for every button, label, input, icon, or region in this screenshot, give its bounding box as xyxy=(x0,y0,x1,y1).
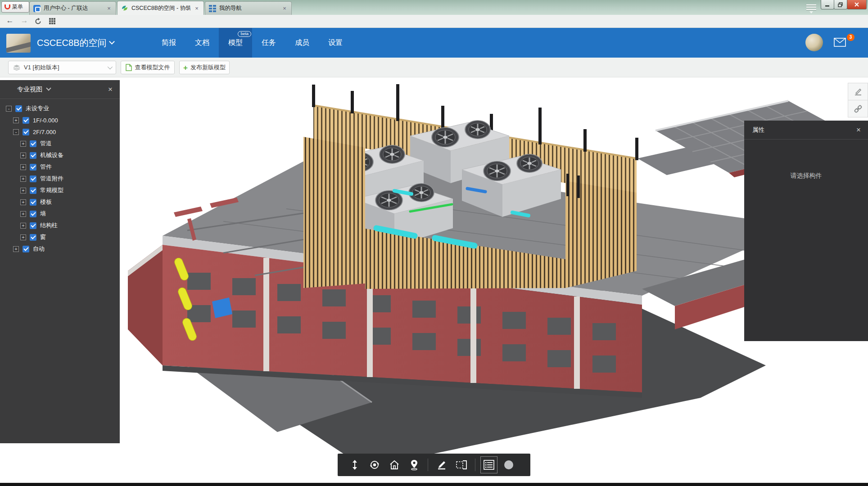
workspace-logo[interactable] xyxy=(6,34,31,53)
home-view-button[interactable] xyxy=(386,456,403,473)
component-list-button-active[interactable] xyxy=(480,456,497,473)
expand-icon[interactable]: + xyxy=(20,223,26,229)
tree-item-generic-models[interactable]: + 常规模型 xyxy=(0,184,120,196)
render-mode-button[interactable] xyxy=(500,456,517,473)
unread-count-badge: 3 xyxy=(847,34,854,41)
taskbar-edge xyxy=(0,483,868,486)
tree-item-pipes[interactable]: + 管道 xyxy=(0,138,120,149)
nav-item-members[interactable]: 成员 xyxy=(285,28,319,58)
tree-item-2f[interactable]: - 2F/7.000 xyxy=(0,126,120,138)
orbit-icon xyxy=(369,459,380,470)
tab-cscec8b-space[interactable]: CSCEC8B的空间 - 协筑 × xyxy=(117,1,204,15)
messages-button[interactable]: 3 xyxy=(834,38,852,51)
nav-item-settings[interactable]: 设置 xyxy=(319,28,352,58)
model-tree: - 未设专业 + 1F/-0.000 - 2F/7.000 + xyxy=(0,99,120,255)
tree-item-unset-discipline[interactable]: - 未设专业 xyxy=(0,103,120,114)
nav-item-briefing[interactable]: 简报 xyxy=(152,28,185,58)
tab-close-icon[interactable]: × xyxy=(194,5,200,12)
checkbox[interactable] xyxy=(23,129,29,135)
checkbox[interactable] xyxy=(30,152,36,159)
collapse-icon[interactable]: - xyxy=(6,106,12,112)
section-button[interactable] xyxy=(453,456,470,473)
expand-icon[interactable]: + xyxy=(20,188,26,194)
toolbar-divider xyxy=(475,459,475,471)
expand-icon[interactable]: + xyxy=(13,246,19,252)
tab-my-navigation[interactable]: 我的导航 × xyxy=(205,1,292,15)
user-avatar[interactable] xyxy=(805,34,823,51)
tab-close-icon[interactable]: × xyxy=(281,5,288,12)
orbit-button[interactable] xyxy=(366,456,383,473)
share-link-button[interactable] xyxy=(848,100,868,117)
properties-close-icon[interactable]: × xyxy=(856,126,861,135)
expand-icon[interactable]: + xyxy=(20,153,26,158)
tree-item-1f[interactable]: + 1F/-0.000 xyxy=(0,114,120,126)
expand-icon[interactable]: + xyxy=(20,176,26,182)
checkbox[interactable] xyxy=(30,140,36,147)
forward-icon[interactable]: → xyxy=(19,16,30,25)
expand-icon[interactable]: + xyxy=(13,117,19,123)
checkbox[interactable] xyxy=(30,211,36,217)
browser-address-row: ← → xz.glodon.com/model/#!/e73c8c46c9bb4… xyxy=(0,15,868,28)
home-icon xyxy=(389,459,400,470)
collapse-icon[interactable]: - xyxy=(13,129,19,135)
checkbox[interactable] xyxy=(30,164,36,171)
restore-button[interactable] xyxy=(834,0,847,9)
publish-new-version-button[interactable]: + 发布新版模型 xyxy=(179,61,230,74)
checkbox[interactable] xyxy=(30,176,36,182)
checkbox[interactable] xyxy=(30,199,36,206)
markup-button[interactable] xyxy=(433,456,450,473)
nav-item-documents[interactable]: 文档 xyxy=(185,28,219,58)
chevron-down-icon[interactable] xyxy=(46,86,51,90)
tree-item-pipe-accessories[interactable]: + 管道附件 xyxy=(0,173,120,184)
expand-icon[interactable]: + xyxy=(20,211,26,217)
tab-close-icon[interactable]: × xyxy=(106,5,112,12)
version-dropdown[interactable]: V1 [初始版本] xyxy=(8,61,116,74)
tree-item-pipe-fittings[interactable]: + 管件 xyxy=(0,161,120,173)
tree-item-structural-columns[interactable]: + 结构柱 xyxy=(0,220,120,231)
fit-view-button[interactable] xyxy=(346,456,363,473)
checkbox[interactable] xyxy=(23,246,29,252)
markup-tool-button[interactable] xyxy=(848,83,868,100)
tree-item-walls[interactable]: + 墙 xyxy=(0,208,120,220)
grid-favicon xyxy=(209,5,216,12)
checkbox[interactable] xyxy=(15,105,22,112)
apps-grid-icon[interactable] xyxy=(49,18,56,27)
sidebar-header: 专业视图 × xyxy=(0,80,120,99)
chevron-down-icon xyxy=(108,64,113,69)
list-icon xyxy=(484,460,494,470)
expand-icon[interactable]: + xyxy=(20,164,26,170)
browser-menu-button[interactable]: 菜单 xyxy=(1,1,29,13)
checkbox[interactable] xyxy=(30,234,36,241)
checkbox[interactable] xyxy=(30,222,36,229)
tree-label: 1F/-0.000 xyxy=(33,117,58,124)
model-viewport[interactable]: 专业视图 × - 未设专业 + 1F/-0.000 - 2F/ xyxy=(0,77,868,486)
tree-label: 管件 xyxy=(40,163,52,171)
sidebar-close-icon[interactable]: × xyxy=(108,85,113,94)
tree-item-floors[interactable]: + 楼板 xyxy=(0,196,120,208)
view-model-file-button[interactable]: 查看模型文件 xyxy=(121,61,175,74)
minimize-button[interactable] xyxy=(821,0,834,9)
expand-icon[interactable]: + xyxy=(20,199,26,205)
tree-label: 未设专业 xyxy=(26,104,49,112)
expand-icon[interactable]: + xyxy=(20,234,26,240)
browser-hamburger-icon[interactable] xyxy=(806,3,816,11)
properties-header: 属性 × xyxy=(744,121,868,140)
checkbox[interactable] xyxy=(30,187,36,194)
checkbox[interactable] xyxy=(23,117,29,124)
tree-label: 机械设备 xyxy=(40,151,63,159)
expand-icon[interactable]: + xyxy=(20,141,26,147)
walkthrough-button[interactable] xyxy=(406,456,423,473)
glodon-favicon xyxy=(33,5,41,12)
close-button[interactable] xyxy=(847,0,867,9)
nav-item-tasks[interactable]: 任务 xyxy=(252,28,285,58)
tree-item-windows[interactable]: + 窗 xyxy=(0,231,120,243)
workspace-title[interactable]: CSCEC8B的空间 xyxy=(37,28,114,58)
tree-item-mechanical-equipment[interactable]: + 机械设备 xyxy=(0,149,120,161)
tree-item-auto[interactable]: + 自动 xyxy=(0,243,120,255)
nav-item-model[interactable]: 模型 beta xyxy=(219,28,252,58)
app-header: CSCEC8B的空间 简报 文档 模型 beta 任务 成员 设置 3 xyxy=(0,28,868,58)
tree-label: 窗 xyxy=(40,233,46,241)
back-icon[interactable]: ← xyxy=(5,16,15,25)
tab-user-center[interactable]: 用户中心 - 广联达 × xyxy=(29,1,116,15)
refresh-icon[interactable] xyxy=(34,18,42,27)
